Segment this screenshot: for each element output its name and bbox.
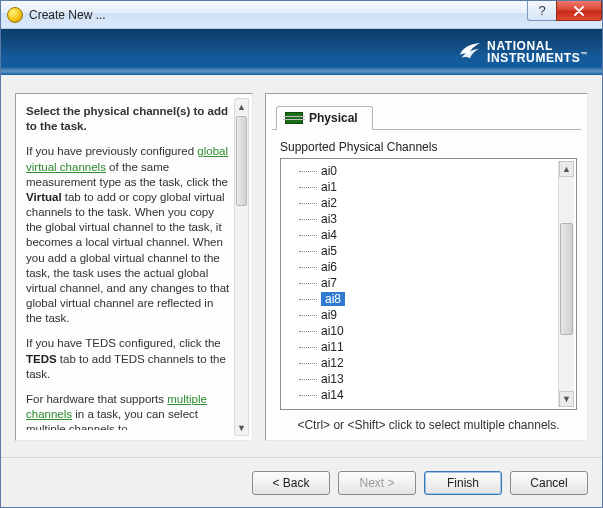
close-button[interactable] bbox=[556, 1, 602, 21]
channel-item-label: ai10 bbox=[321, 324, 344, 338]
channel-item-label: ai6 bbox=[321, 260, 337, 274]
cancel-button[interactable]: Cancel bbox=[510, 471, 588, 495]
tab-physical-label: Physical bbox=[309, 111, 358, 125]
channels-body: Supported Physical Channels ai0ai1ai2ai3… bbox=[266, 130, 587, 440]
ni-eagle-icon bbox=[459, 42, 481, 62]
help-text: Select the physical channel(s) to add to… bbox=[26, 104, 232, 430]
button-bar: < Back Next > Finish Cancel bbox=[1, 457, 602, 507]
channels-label: Supported Physical Channels bbox=[280, 140, 577, 154]
next-button[interactable]: Next > bbox=[338, 471, 416, 495]
help-paragraph-1: If you have previously configured global… bbox=[26, 144, 232, 326]
channel-item[interactable]: ai5 bbox=[287, 243, 556, 259]
channel-item[interactable]: ai6 bbox=[287, 259, 556, 275]
channel-item-label: ai7 bbox=[321, 276, 337, 290]
channel-item-label: ai12 bbox=[321, 356, 344, 370]
channel-item[interactable]: ai4 bbox=[287, 227, 556, 243]
dialog-window: Create New ... ? NATIONAL INSTRUMENTS™ bbox=[0, 0, 603, 508]
ni-logo: NATIONAL INSTRUMENTS™ bbox=[459, 40, 588, 64]
back-button[interactable]: < Back bbox=[252, 471, 330, 495]
scroll-thumb[interactable] bbox=[560, 223, 573, 335]
window-controls: ? bbox=[527, 1, 602, 21]
scroll-down-icon[interactable]: ▼ bbox=[559, 391, 574, 407]
content-area: Select the physical channel(s) to add to… bbox=[1, 75, 602, 457]
scroll-down-icon[interactable]: ▼ bbox=[235, 420, 248, 435]
help-heading: Select the physical channel(s) to add to… bbox=[26, 104, 232, 134]
help-button[interactable]: ? bbox=[527, 1, 557, 21]
channel-item[interactable]: ai2 bbox=[287, 195, 556, 211]
selection-hint: <Ctrl> or <Shift> click to select multip… bbox=[280, 410, 577, 434]
brand-banner: NATIONAL INSTRUMENTS™ bbox=[1, 29, 602, 75]
channel-item[interactable]: ai11 bbox=[287, 339, 556, 355]
channel-item-label: ai14 bbox=[321, 388, 344, 402]
chip-icon bbox=[285, 112, 303, 124]
finish-button[interactable]: Finish bbox=[424, 471, 502, 495]
channel-item[interactable]: ai9 bbox=[287, 307, 556, 323]
channel-item-label: ai4 bbox=[321, 228, 337, 242]
channel-item-label: ai5 bbox=[321, 244, 337, 258]
channel-item-label: ai9 bbox=[321, 308, 337, 322]
close-icon bbox=[573, 6, 585, 16]
channel-item[interactable]: ai12 bbox=[287, 355, 556, 371]
channels-list: ai0ai1ai2ai3ai4ai5ai6ai7ai8ai9ai10ai11ai… bbox=[287, 163, 556, 403]
help-paragraph-2: If you have TEDS configured, click the T… bbox=[26, 336, 232, 382]
channel-item-label: ai3 bbox=[321, 212, 337, 226]
help-scrollbar[interactable]: ▲ ▼ bbox=[234, 98, 249, 436]
scroll-up-icon[interactable]: ▲ bbox=[559, 161, 574, 177]
tab-strip: Physical bbox=[272, 100, 581, 130]
channel-item-label: ai8 bbox=[321, 292, 345, 306]
channels-listbox[interactable]: ai0ai1ai2ai3ai4ai5ai6ai7ai8ai9ai10ai11ai… bbox=[280, 158, 577, 410]
channel-item[interactable]: ai0 bbox=[287, 163, 556, 179]
titlebar: Create New ... ? bbox=[1, 1, 602, 29]
ni-brand-line2: INSTRUMENTS™ bbox=[487, 52, 588, 64]
scroll-up-icon[interactable]: ▲ bbox=[235, 99, 248, 114]
channel-item[interactable]: ai14 bbox=[287, 387, 556, 403]
channels-scrollbar[interactable]: ▲ ▼ bbox=[558, 161, 574, 407]
channel-item[interactable]: ai13 bbox=[287, 371, 556, 387]
channel-item-label: ai11 bbox=[321, 340, 344, 354]
channel-item[interactable]: ai7 bbox=[287, 275, 556, 291]
ni-wordmark: NATIONAL INSTRUMENTS™ bbox=[487, 40, 588, 64]
channel-item[interactable]: ai8 bbox=[287, 291, 556, 307]
scroll-thumb[interactable] bbox=[236, 116, 247, 206]
channel-item[interactable]: ai1 bbox=[287, 179, 556, 195]
channels-panel: Physical Supported Physical Channels ai0… bbox=[265, 93, 588, 441]
tab-physical[interactable]: Physical bbox=[276, 106, 373, 130]
channel-item[interactable]: ai3 bbox=[287, 211, 556, 227]
channel-item-label: ai0 bbox=[321, 164, 337, 178]
channel-item-label: ai1 bbox=[321, 180, 337, 194]
help-panel: Select the physical channel(s) to add to… bbox=[15, 93, 253, 441]
channel-item[interactable]: ai10 bbox=[287, 323, 556, 339]
app-icon bbox=[7, 7, 23, 23]
window-title: Create New ... bbox=[29, 8, 106, 22]
channel-item-label: ai13 bbox=[321, 372, 344, 386]
help-paragraph-3: For hardware that supports multiple chan… bbox=[26, 392, 232, 430]
channel-item-label: ai2 bbox=[321, 196, 337, 210]
